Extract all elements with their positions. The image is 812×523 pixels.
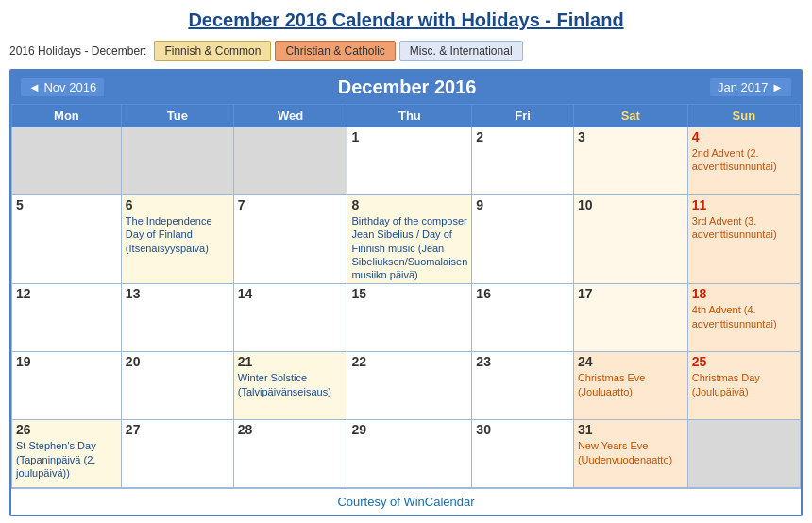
day-number: 22	[351, 354, 467, 369]
calendar-cell	[121, 127, 233, 195]
calendar-week-1: 12342nd Advent (2. adventtisunnuntai)	[12, 127, 801, 195]
calendar-cell: 6The Independence Day of Finland (Itsenä…	[121, 195, 233, 284]
misc-international-btn[interactable]: Misc. & International	[399, 41, 523, 61]
day-number: 26	[16, 422, 117, 437]
calendar-cell: 21Winter Solstice (Talvipäivänseisaus)	[233, 352, 347, 420]
day-number: 1	[351, 129, 467, 144]
holiday-text: Winter Solstice (Talvipäivänseisaus)	[238, 372, 331, 396]
holiday-text: New Years Eve (Uudenvuodenaatto)	[578, 440, 672, 464]
day-number: 14	[238, 286, 344, 301]
day-number: 19	[16, 354, 117, 369]
day-number: 12	[16, 286, 117, 301]
holiday-bar-label: 2016 Holidays - December:	[9, 44, 146, 58]
calendar-nav: ◄ Nov 2016 December 2016 Jan 2017 ►	[11, 71, 801, 104]
calendar-cell: 5	[12, 195, 122, 284]
header-wed: Wed	[233, 105, 347, 127]
day-number: 10	[578, 197, 684, 212]
calendar-cell	[233, 127, 347, 195]
day-number: 5	[16, 197, 117, 212]
calendar: ◄ Nov 2016 December 2016 Jan 2017 ► Mon …	[9, 69, 803, 516]
calendar-cell: 29	[347, 420, 472, 488]
calendar-cell: 23	[472, 352, 574, 420]
day-number: 6	[126, 197, 229, 212]
header-sat: Sat	[573, 105, 687, 127]
calendar-cell: 14	[233, 284, 347, 352]
calendar-week-5: 26St Stephen's Day (Tapaninpäivä (2. jou…	[12, 420, 801, 488]
day-number: 30	[476, 422, 569, 437]
courtesy-text: Courtesy of WinCalendar	[11, 488, 801, 515]
prev-month-nav[interactable]: ◄ Nov 2016	[21, 78, 104, 96]
calendar-week-3: 121314151617184th Advent (4. adventtisun…	[12, 284, 801, 352]
day-number: 8	[351, 197, 467, 212]
day-number: 24	[578, 354, 684, 369]
day-number: 20	[126, 354, 229, 369]
calendar-week-4: 192021Winter Solstice (Talvipäivänseisau…	[12, 352, 801, 420]
calendar-cell: 22	[347, 352, 472, 420]
holiday-text: 3rd Advent (3. adventtisunnuntai)	[692, 215, 777, 240]
day-number: 18	[692, 286, 796, 301]
calendar-cell: 27	[121, 420, 233, 488]
header-fri: Fri	[472, 105, 574, 127]
calendar-cell: 9	[472, 195, 574, 284]
calendar-cell: 17	[573, 284, 687, 352]
calendar-cell: 8Birthday of the composer Jean Sibelius …	[347, 195, 472, 284]
calendar-week-2: 56The Independence Day of Finland (Itsen…	[12, 195, 801, 284]
page-title: December 2016 Calendar with Holidays - F…	[9, 9, 803, 31]
day-number: 16	[476, 286, 569, 301]
calendar-table: Mon Tue Wed Thu Fri Sat Sun 12342nd Adve…	[11, 104, 801, 488]
calendar-cell: 19	[12, 352, 122, 420]
holiday-text: Christmas Eve (Jouluaatto)	[578, 372, 646, 396]
month-title: December 2016	[104, 76, 710, 98]
day-number: 13	[126, 286, 229, 301]
day-number: 3	[578, 129, 684, 144]
holiday-text: The Independence Day of Finland (Itsenäi…	[126, 215, 212, 254]
weekday-header-row: Mon Tue Wed Thu Fri Sat Sun	[12, 105, 801, 127]
calendar-cell: 10	[573, 195, 687, 284]
holiday-text: St Stephen's Day (Tapaninpäivä (2. joulu…	[16, 440, 96, 479]
calendar-cell: 16	[472, 284, 574, 352]
holiday-text: 2nd Advent (2. adventtisunnuntai)	[692, 147, 777, 172]
calendar-cell: 26St Stephen's Day (Tapaninpäivä (2. jou…	[12, 420, 122, 488]
calendar-cell	[12, 127, 122, 195]
calendar-cell: 28	[233, 420, 347, 488]
day-number: 25	[692, 354, 796, 369]
holiday-text: 4th Advent (4. adventtisunnuntai)	[692, 304, 777, 329]
day-number: 11	[692, 197, 796, 212]
day-number: 27	[126, 422, 229, 437]
header-sun: Sun	[687, 105, 800, 127]
day-number: 15	[351, 286, 467, 301]
header-thu: Thu	[347, 105, 472, 127]
header-tue: Tue	[121, 105, 233, 127]
calendar-cell: 2	[472, 127, 574, 195]
calendar-cell: 31New Years Eve (Uudenvuodenaatto)	[573, 420, 687, 488]
calendar-cell: 1	[347, 127, 472, 195]
finnish-common-btn[interactable]: Finnish & Common	[154, 41, 271, 61]
day-number: 31	[578, 422, 684, 437]
next-month-nav[interactable]: Jan 2017 ►	[710, 78, 791, 96]
calendar-cell: 3	[573, 127, 687, 195]
calendar-cell: 42nd Advent (2. adventtisunnuntai)	[687, 127, 800, 195]
calendar-cell: 24Christmas Eve (Jouluaatto)	[573, 352, 687, 420]
calendar-cell: 30	[472, 420, 574, 488]
calendar-cell: 15	[347, 284, 472, 352]
calendar-cell: 113rd Advent (3. adventtisunnuntai)	[687, 195, 800, 284]
day-number: 4	[692, 129, 796, 144]
christian-catholic-btn[interactable]: Christian & Catholic	[275, 41, 395, 61]
calendar-cell: 25Christmas Day (Joulupäivä)	[687, 352, 800, 420]
header-mon: Mon	[12, 105, 122, 127]
holiday-text: Christmas Day (Joulupäivä)	[692, 372, 760, 396]
day-number: 28	[238, 422, 344, 437]
day-number: 2	[476, 129, 569, 144]
calendar-cell	[687, 420, 800, 488]
day-number: 29	[351, 422, 467, 437]
day-number: 17	[578, 286, 684, 301]
day-number: 9	[476, 197, 569, 212]
calendar-cell: 13	[121, 284, 233, 352]
holiday-bar: 2016 Holidays - December: Finnish & Comm…	[9, 41, 803, 61]
day-number: 21	[238, 354, 344, 369]
calendar-cell: 20	[121, 352, 233, 420]
calendar-cell: 12	[12, 284, 122, 352]
calendar-cell: 184th Advent (4. adventtisunnuntai)	[687, 284, 800, 352]
holiday-text: Birthday of the composer Jean Sibelius /…	[351, 215, 467, 280]
calendar-cell: 7	[233, 195, 347, 284]
